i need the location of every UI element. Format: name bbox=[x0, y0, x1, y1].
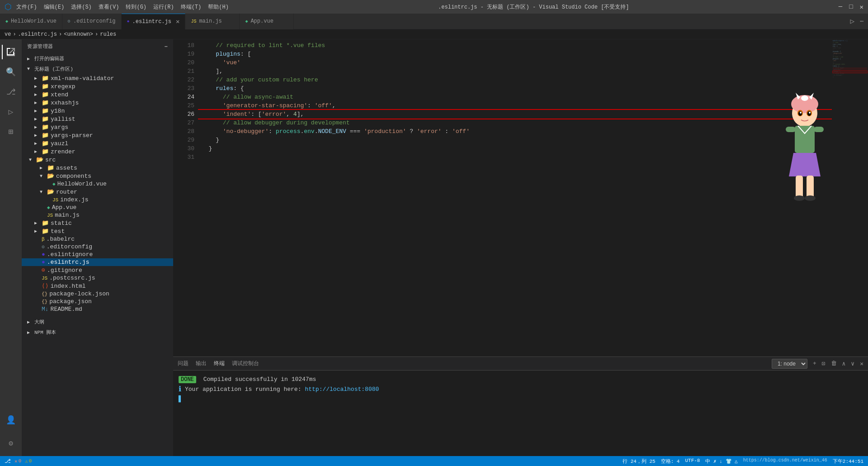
tab-helloworld[interactable]: ◆ HelloWorld.vue bbox=[0, 14, 62, 29]
breadcrumb-ve[interactable]: ve bbox=[5, 31, 11, 38]
encoding-info[interactable]: UTF-8 bbox=[685, 458, 700, 465]
folder-y18n[interactable]: ▶ 📁 y18n bbox=[22, 107, 173, 115]
tab-eslintrc[interactable]: ● .eslintrc.js ✕ bbox=[122, 14, 186, 29]
menu-edit[interactable]: 编辑(E) bbox=[44, 3, 65, 11]
cursor-position[interactable]: 行 24，列 25 bbox=[623, 458, 656, 465]
run-icon[interactable]: ▷ bbox=[850, 17, 855, 26]
terminal-chevron-up-icon[interactable]: ∧ bbox=[842, 360, 846, 367]
indent-info[interactable]: 空格: 4 bbox=[661, 458, 680, 465]
menu-help[interactable]: 帮助(H) bbox=[208, 3, 229, 11]
terminal-tab-terminal[interactable]: 终端 bbox=[214, 360, 225, 367]
folder-src[interactable]: ▼ 📂 src bbox=[22, 156, 173, 164]
terminal-trash-icon[interactable]: 🗑 bbox=[831, 360, 837, 367]
tab-editorconfig[interactable]: ⚙ .editorconfig bbox=[62, 14, 122, 29]
file-label: main.js bbox=[55, 212, 80, 219]
terminal-chevron-down-icon[interactable]: ∨ bbox=[851, 360, 854, 367]
folder-label: yargs bbox=[51, 124, 68, 131]
menu-view[interactable]: 查看(V) bbox=[99, 3, 119, 11]
run-debug-icon[interactable]: ▷ bbox=[2, 103, 20, 121]
file-main-js[interactable]: JS main.js bbox=[22, 211, 173, 219]
terminal-tab-debug[interactable]: 调试控制台 bbox=[232, 360, 259, 367]
search-icon[interactable]: 🔍 bbox=[2, 63, 20, 81]
folder-zrender[interactable]: ▶ 📁 zrender bbox=[22, 147, 173, 156]
terminal-tab-problems[interactable]: 问题 bbox=[178, 360, 189, 367]
file-package-lock[interactable]: {} package-lock.json bbox=[22, 290, 173, 298]
file-eslintignore[interactable]: ● .eslintignore bbox=[22, 251, 173, 258]
file-readme[interactable]: M↓ README.md bbox=[22, 305, 173, 313]
code-line-18: // required to lint *.vue files bbox=[198, 41, 832, 50]
folder-yargs[interactable]: ▶ 📁 yargs bbox=[22, 123, 173, 131]
csdn-link[interactable]: https://blog.csdn.net/weixin_46 bbox=[743, 458, 827, 465]
code-line-22: // add your custom rules here bbox=[198, 76, 832, 84]
chevron-right-icon: ▶ bbox=[34, 220, 40, 226]
terminal-tab-output[interactable]: 输出 bbox=[196, 360, 207, 367]
file-eslintrc-js[interactable]: ● .eslintrc.js bbox=[22, 258, 173, 266]
folder-xml-name-validator[interactable]: ▶ 📁 xml-name-validator bbox=[22, 74, 173, 82]
settings-icon[interactable]: ⚙ bbox=[2, 434, 20, 452]
close-button[interactable]: ✕ bbox=[860, 3, 863, 11]
minimize-button[interactable]: ─ bbox=[839, 3, 842, 11]
source-control-icon[interactable]: ⎇ bbox=[2, 83, 20, 101]
folder-test[interactable]: ▶ 📁 test bbox=[22, 227, 173, 235]
tab-mainjs[interactable]: JS main.js bbox=[185, 14, 240, 29]
folder-components[interactable]: ▼ 📂 components bbox=[22, 172, 173, 180]
file-index-js[interactable]: JS index.js bbox=[22, 196, 173, 204]
folder-xxhashjs[interactable]: ▶ 📁 xxhashjs bbox=[22, 99, 173, 107]
minimap: module.exports = { // root root: true, e… bbox=[832, 39, 868, 357]
folder-yallist[interactable]: ▶ 📁 yallist bbox=[22, 115, 173, 123]
folder-yauzl[interactable]: ▶ 📁 yauzl bbox=[22, 139, 173, 147]
breadcrumb-eslintrc[interactable]: .eslintrc.js bbox=[18, 31, 57, 38]
breadcrumb-rules[interactable]: rules bbox=[100, 31, 116, 38]
terminal-selector[interactable]: 1: node bbox=[772, 359, 807, 369]
code-line-24: // allow async-await bbox=[198, 93, 832, 101]
file-babelrc[interactable]: β .babelrc bbox=[22, 235, 173, 243]
chevron-right-icon: ▶ bbox=[34, 76, 40, 81]
file-index-html[interactable]: ⟨⟩ index.html bbox=[22, 282, 173, 290]
menu-terminal[interactable]: 终端(T) bbox=[181, 3, 202, 11]
workspace-section[interactable]: ▼ 无标题 (工作区) bbox=[22, 64, 173, 74]
folder-assets[interactable]: ▶ 📁 assets bbox=[22, 164, 173, 172]
file-helloworld-vue[interactable]: ◆ HelloWorld.vue bbox=[22, 180, 173, 188]
tab-label-editorconfig: .editorconfig bbox=[73, 18, 116, 24]
accounts-icon[interactable]: 👤 bbox=[2, 411, 20, 429]
menu-run[interactable]: 运行(R) bbox=[153, 3, 174, 11]
chevron-right-icon: ▶ bbox=[40, 165, 45, 171]
language-mode[interactable]: 中 ✗ ↓ 👕 △ bbox=[705, 458, 737, 465]
error-count[interactable]: ✕ 0 bbox=[14, 458, 21, 464]
breadcrumb-unknown[interactable]: <unknown> bbox=[64, 31, 93, 38]
folder-router[interactable]: ▼ 📂 router bbox=[22, 188, 173, 196]
file-gitignore[interactable]: ⊙ .gitignore bbox=[22, 266, 173, 274]
file-app-vue[interactable]: ◆ App.vue bbox=[22, 204, 173, 211]
maximize-button[interactable]: □ bbox=[849, 3, 853, 11]
folder-xregexp[interactable]: ▶ 📁 xregexp bbox=[22, 82, 173, 90]
outline-section[interactable]: ▶ 大纲 bbox=[22, 317, 173, 327]
folder-xtend[interactable]: ▶ 📁 xtend bbox=[22, 90, 173, 99]
sidebar-more-icon[interactable]: ⋯ bbox=[165, 43, 168, 49]
tab-close-eslintrc[interactable]: ✕ bbox=[176, 18, 179, 25]
open-editors-section[interactable]: ▶ 打开的编辑器 bbox=[22, 53, 173, 64]
file-postcssrc[interactable]: JS .postcssrc.js bbox=[22, 274, 173, 282]
explorer-icon[interactable] bbox=[2, 43, 20, 61]
editor-actions: ▷ ⋯ bbox=[850, 17, 868, 26]
terminal-add-icon[interactable]: + bbox=[813, 360, 816, 367]
npm-section[interactable]: ▶ NPM 脚本 bbox=[22, 327, 173, 338]
folder-icon: 📁 bbox=[42, 132, 49, 139]
file-package-json[interactable]: {} package.json bbox=[22, 298, 173, 305]
line-num-19: 19 bbox=[173, 50, 194, 58]
menu-file[interactable]: 文件(F) bbox=[16, 3, 37, 11]
tab-appvue[interactable]: ◆ App.vue bbox=[240, 14, 294, 29]
menu-goto[interactable]: 转到(G) bbox=[126, 3, 146, 11]
run-url[interactable]: http://localhost:8080 bbox=[305, 385, 379, 394]
extensions-icon[interactable]: ⊞ bbox=[2, 123, 20, 141]
more-actions-icon[interactable]: ⋯ bbox=[860, 18, 863, 25]
terminal-split-icon[interactable]: ⊡ bbox=[822, 360, 826, 367]
json-file-icon: {} bbox=[42, 291, 47, 297]
terminal-close-icon[interactable]: ✕ bbox=[860, 360, 863, 367]
file-editorconfig[interactable]: ⚙ .editorconfig bbox=[22, 243, 173, 251]
menu-select[interactable]: 选择(S) bbox=[71, 3, 92, 11]
folder-static[interactable]: ▶ 📁 static bbox=[22, 219, 173, 227]
editor-main: 18 19 20 21 22 23 24 25 26 27 28 29 30 3… bbox=[173, 39, 868, 357]
code-content[interactable]: // required to lint *.vue files plugins:… bbox=[198, 39, 832, 357]
folder-yargs-parser[interactable]: ▶ 📁 yargs-parser bbox=[22, 131, 173, 139]
warning-count[interactable]: ⚠ 0 bbox=[25, 458, 32, 464]
